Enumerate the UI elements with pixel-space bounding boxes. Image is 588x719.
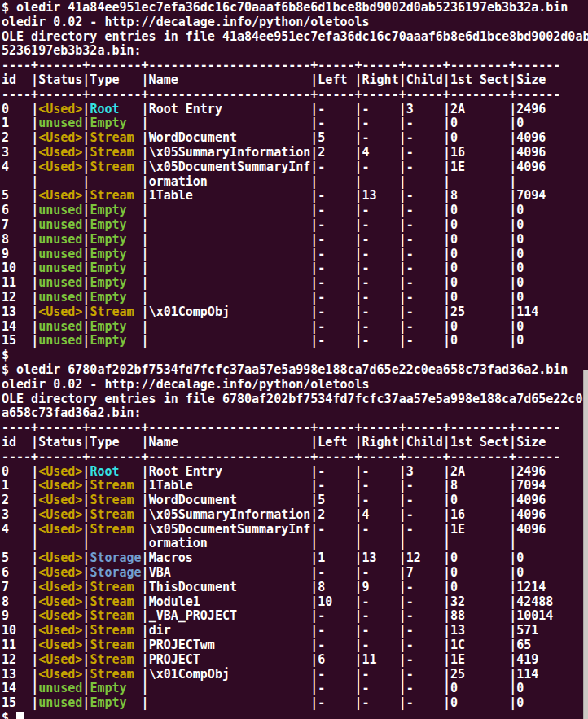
separator: | — [310, 464, 318, 479]
table-row: 0 |<Used>|Root |Root Entry |- |- |3 |2A … — [2, 103, 588, 117]
right-value: 13 — [362, 188, 399, 203]
size-value: 0 — [516, 217, 560, 232]
terminal-screen[interactable]: $ oledir 41a84ee951ec7efa36dc16c70aaaf6b… — [0, 0, 588, 719]
separator: | — [310, 217, 318, 232]
table-row: 6 |<Used>|Storage|VBA |- |- |7 |0 |0 — [2, 566, 588, 581]
separator: | — [355, 652, 362, 667]
separator: | — [399, 160, 406, 174]
type-value: Empty — [90, 290, 141, 305]
separator: | — [310, 232, 318, 247]
name-value: Root Entry — [149, 102, 311, 116]
status-value: unused — [38, 232, 82, 247]
separator: | — [355, 102, 362, 116]
type-value: Storage — [90, 565, 141, 580]
right-value: 9 — [362, 580, 399, 594]
left-value: 2 — [318, 145, 354, 160]
separator: | — [142, 174, 149, 189]
table-separator: ----+------+-------+--------------------… — [2, 59, 588, 73]
separator: | — [509, 174, 516, 189]
status-value: unused — [38, 695, 82, 710]
left-value — [318, 174, 354, 189]
type-value: Empty — [90, 275, 141, 290]
right-value: - — [362, 217, 399, 232]
name-value: 1Table — [149, 478, 311, 493]
separator: | — [355, 275, 362, 290]
separator: | — [310, 203, 318, 217]
size-value: 0 — [516, 290, 560, 305]
separator: | — [443, 130, 450, 145]
separator: | — [509, 493, 516, 507]
separator: | — [443, 638, 450, 652]
table-row: 14 |unused|Empty | |- |- |- |0 |0 — [2, 682, 588, 696]
version-line: oledir 0.02 - http://decalage.info/pytho… — [2, 377, 370, 392]
separator: | — [355, 145, 362, 160]
left-value: - — [318, 695, 354, 710]
child-value: - — [406, 333, 443, 348]
right-value: - — [362, 102, 399, 116]
status-value: <Used> — [38, 130, 82, 145]
table-row: | | |ormation | | | | | — [2, 537, 588, 551]
table-row: 7 |unused|Empty | |- |- |- |0 |0 — [2, 218, 588, 233]
table-row: 10 |<Used>|Stream |dir |- |- |- |13 |571 — [2, 624, 588, 638]
left-value: - — [318, 247, 354, 261]
separator: | — [310, 652, 318, 667]
right-value: - — [362, 203, 399, 217]
separator: | — [355, 638, 362, 652]
left-value: - — [318, 217, 354, 232]
type-value: Stream — [90, 130, 141, 145]
sect-value: 0 — [450, 319, 509, 334]
separator: | — [399, 102, 406, 116]
row-id: 1 — [2, 116, 31, 130]
separator: | — [355, 130, 362, 145]
name-value — [149, 247, 311, 261]
separator: | — [31, 536, 38, 550]
table-header: id |Status|Type |Name |Left |Right|Child… — [2, 72, 560, 87]
row-id: 5 — [2, 550, 31, 565]
left-value: - — [318, 261, 354, 275]
separator: | — [399, 594, 406, 609]
separator: | — [443, 203, 450, 217]
separator: | — [310, 247, 318, 261]
right-value: 4 — [362, 507, 399, 522]
separator: | — [399, 275, 406, 290]
right-value: - — [362, 608, 399, 623]
separator: | — [355, 507, 362, 522]
separator: | — [142, 695, 149, 710]
left-value: - — [318, 232, 354, 247]
separator: | — [355, 681, 362, 695]
separator: | — [355, 203, 362, 217]
size-value: 4096 — [516, 160, 560, 174]
separator: | — [443, 565, 450, 580]
separator: | — [142, 493, 149, 507]
separator: | — [443, 261, 450, 275]
right-value: - — [362, 594, 399, 609]
name-value: \x05DocumentSummaryInf — [149, 160, 311, 174]
separator: | — [399, 333, 406, 348]
left-value — [318, 536, 354, 550]
scrollbar-thumb[interactable] — [583, 370, 588, 719]
right-value: - — [362, 232, 399, 247]
row-id: 9 — [2, 608, 31, 623]
separator: | — [355, 174, 362, 189]
size-value: 0 — [516, 681, 560, 695]
table-separator: ----+------+-------+--------------------… — [2, 88, 588, 103]
separator: | — [509, 145, 516, 160]
separator: | — [399, 493, 406, 507]
separator: | — [443, 464, 450, 479]
separator: | — [399, 550, 406, 565]
name-value: \x01CompObj — [149, 305, 311, 319]
separator: | — [355, 232, 362, 247]
sect-value: 8 — [450, 478, 509, 493]
separator: | — [31, 305, 38, 319]
type-value: Stream — [90, 652, 141, 667]
left-value: 2 — [318, 507, 354, 522]
name-value: Module1 — [149, 594, 311, 609]
left-value: - — [318, 290, 354, 305]
separator: | — [355, 580, 362, 594]
row-id: 8 — [2, 594, 31, 609]
table-row: 15 |unused|Empty | |- |- |- |0 |0 — [2, 696, 588, 711]
row-id: 12 — [2, 652, 31, 667]
info-line: OLE directory entries in file 6780af202b… — [2, 392, 588, 407]
type-value: Stream — [90, 160, 141, 174]
separator: | — [142, 507, 149, 522]
